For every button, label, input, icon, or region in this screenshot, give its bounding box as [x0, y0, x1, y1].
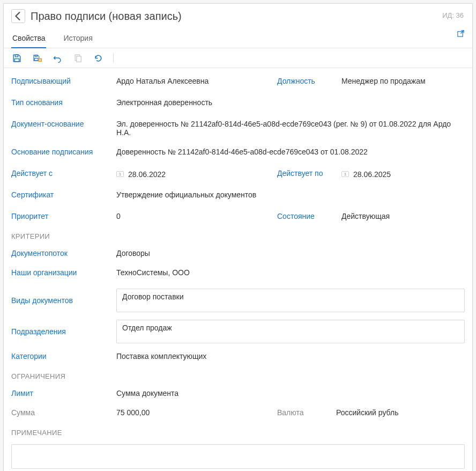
priority-field[interactable]: 0: [116, 211, 277, 220]
signing-basis-value: Доверенность № 21142af0-814d-46e5-a08d-e…: [116, 146, 465, 156]
signature-right-card: Право подписи (новая запись) ИД: 36 Свой…: [3, 3, 473, 471]
currency-label: Валюта: [277, 407, 336, 417]
docflow-field[interactable]: Договоры: [116, 248, 465, 257]
certificate-field[interactable]: Утверждение официальных документов: [116, 189, 465, 199]
signer-field[interactable]: Ардо Наталья Алексеевна: [116, 76, 277, 85]
refresh-button[interactable]: [93, 53, 103, 63]
tab-properties[interactable]: Свойства: [11, 31, 46, 48]
signer-label: Подписывающий: [11, 76, 116, 85]
valid-to-field[interactable]: 1 28.06.2025: [341, 168, 459, 179]
record-id: ИД: 36: [442, 11, 464, 19]
row-signing-basis: Основание подписания Доверенность № 2114…: [11, 146, 465, 158]
toolbar-separator: [113, 53, 114, 63]
priority-value: 0: [116, 211, 277, 220]
tab-bar: Свойства История: [4, 26, 472, 48]
signing-basis-field[interactable]: Доверенность № 21142af0-814d-46e5-a08d-e…: [116, 146, 465, 156]
popout-icon: [457, 30, 465, 38]
note-textarea[interactable]: [11, 444, 465, 469]
position-field[interactable]: Менеджер по продажам: [341, 76, 459, 85]
section-limits: ОГРАНИЧЕНИЯ: [11, 372, 465, 380]
row-departments: Подразделения Отдел продаж: [11, 320, 465, 343]
row-basis-doc: Документ-основание Эл. доверенность № 21…: [11, 119, 465, 137]
svg-rect-7: [76, 56, 81, 62]
orgs-label: Наши организации: [11, 267, 116, 277]
row-basis-type: Тип основания Электронная доверенность: [11, 97, 465, 109]
orgs-value: ТехноСистемы, ООО: [116, 267, 465, 277]
row-priority-state: Приоритет 0 Состояние Действующая: [11, 211, 465, 223]
signing-basis-label: Основание подписания: [11, 146, 116, 156]
amount-field[interactable]: 75 000,00: [116, 407, 277, 417]
id-value: 36: [456, 11, 464, 19]
copy-button: [72, 53, 83, 63]
categories-value: Поставка комплектующих: [116, 351, 465, 360]
row-certificate: Сертификат Утверждение официальных докум…: [11, 189, 465, 201]
row-docflow: Документопоток Договоры: [11, 248, 465, 260]
svg-rect-4: [35, 55, 37, 56]
limit-label: Лимит: [11, 388, 116, 398]
state-value: Действующая: [341, 211, 459, 220]
save-button[interactable]: [11, 53, 22, 63]
row-signer: Подписывающий Ардо Наталья Алексеевна До…: [11, 76, 465, 87]
currency-field[interactable]: Российский рубль: [336, 407, 454, 417]
amount-label: Сумма: [11, 407, 116, 417]
undo-button[interactable]: [52, 53, 63, 63]
section-criteria: КРИТЕРИИ: [11, 232, 465, 240]
valid-from-value: 28.06.2022: [128, 169, 166, 179]
section-note: ПРИМЕЧАНИЕ: [11, 429, 465, 437]
priority-label: Приоритет: [11, 211, 116, 220]
row-orgs: Наши организации ТехноСистемы, ООО: [11, 267, 465, 279]
id-prefix: ИД:: [442, 11, 454, 19]
calendar-icon: 1: [341, 171, 349, 177]
state-label: Состояние: [277, 211, 341, 220]
tab-history[interactable]: История: [62, 31, 93, 48]
doc-types-box: Договор поставки: [116, 289, 465, 312]
valid-to-label: Действует по: [277, 168, 341, 178]
docflow-value: Договоры: [116, 248, 465, 257]
orgs-field[interactable]: ТехноСистемы, ООО: [116, 267, 465, 277]
limit-value: Сумма документа: [116, 388, 465, 398]
categories-label: Категории: [11, 351, 116, 360]
calendar-icon: 1: [116, 171, 124, 177]
departments-field[interactable]: Отдел продаж: [116, 320, 465, 343]
certificate-value: Утверждение официальных документов: [116, 189, 465, 199]
basis-doc-label: Документ-основание: [11, 119, 116, 128]
position-label: Должность: [277, 76, 341, 85]
departments-value: Отдел продаж: [122, 323, 172, 332]
back-button[interactable]: [11, 9, 25, 23]
basis-type-field[interactable]: Электронная доверенность: [116, 97, 465, 107]
row-limit: Лимит Сумма документа: [11, 388, 465, 400]
currency-value: Российский рубль: [336, 407, 454, 417]
svg-rect-3: [34, 58, 38, 60]
form-body: Подписывающий Ардо Наталья Алексеевна До…: [4, 68, 472, 471]
save-icon: [12, 54, 21, 63]
position-value: Менеджер по продажам: [341, 76, 459, 85]
row-amount-currency: Сумма 75 000,00 Валюта Российский рубль: [11, 407, 465, 419]
doc-types-value: Договор поставки: [122, 292, 184, 301]
open-in-new-window-button[interactable]: [457, 30, 465, 39]
doc-types-field[interactable]: Договор поставки: [116, 289, 465, 312]
basis-type-label: Тип основания: [11, 97, 116, 107]
svg-rect-2: [15, 55, 18, 57]
valid-to-value: 28.06.2025: [353, 169, 391, 179]
departments-box: Отдел продаж: [116, 320, 465, 343]
state-field[interactable]: Действующая: [341, 211, 459, 220]
valid-from-field[interactable]: 1 28.06.2022: [116, 168, 277, 179]
arrow-left-icon: [12, 10, 25, 23]
save-plus-icon: [33, 54, 42, 63]
limit-field[interactable]: Сумма документа: [116, 388, 465, 398]
row-categories: Категории Поставка комплектующих: [11, 351, 465, 363]
docflow-label: Документопоток: [11, 248, 116, 257]
departments-label: Подразделения: [11, 320, 116, 336]
amount-value: 75 000,00: [116, 407, 277, 417]
refresh-icon: [94, 54, 103, 63]
copy-icon: [73, 54, 83, 63]
svg-rect-1: [14, 58, 19, 61]
toolbar: [4, 48, 472, 68]
undo-icon: [53, 54, 62, 63]
save-and-close-button[interactable]: [32, 53, 42, 63]
card-header: Право подписи (новая запись) ИД: 36: [4, 4, 472, 26]
categories-field[interactable]: Поставка комплектующих: [116, 351, 465, 360]
card-title: Право подписи (новая запись): [31, 10, 182, 23]
doc-types-label: Виды документов: [11, 289, 116, 305]
basis-doc-field[interactable]: Эл. доверенность № 21142af0-814d-46e5-a0…: [116, 119, 465, 137]
